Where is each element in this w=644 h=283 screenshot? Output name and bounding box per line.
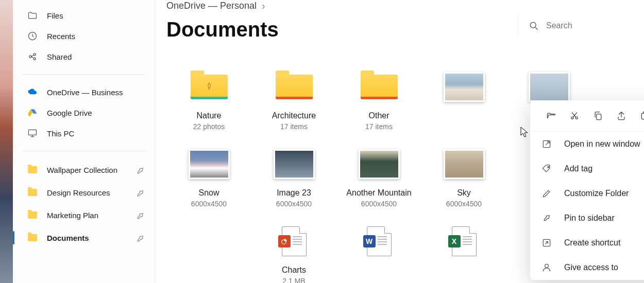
file-tile[interactable]: Charts2.1 MB [251, 226, 336, 283]
monitor-icon [27, 128, 38, 138]
tag-icon [541, 164, 552, 174]
tile-name: Image 23 [277, 188, 311, 198]
sidebar-item-this-pc[interactable]: This PC [13, 123, 155, 144]
context-menu-label: Pin to sidebar [564, 214, 615, 223]
file-tile[interactable]: W [336, 226, 421, 283]
sidebar-item-label: Documents [47, 234, 89, 242]
sidebar-item-label: Recents [47, 32, 75, 41]
context-menu-label: Customize Folder [564, 189, 629, 198]
tile-meta: 6000x4500 [446, 200, 482, 208]
context-menu-item[interactable]: Open in new window [530, 132, 644, 156]
onedrive-icon [27, 87, 38, 97]
sidebar-item-files[interactable]: Files [13, 5, 155, 26]
search-icon [529, 21, 539, 31]
folder-icon [27, 165, 38, 175]
context-menu-item[interactable]: Customize Folder [530, 181, 644, 206]
pencil-icon [541, 188, 552, 199]
sidebar-item-label: Files [47, 11, 63, 20]
svg-point-7 [571, 117, 573, 119]
file-tile[interactable]: Other17 items [336, 72, 421, 131]
tile-thumbnail [359, 72, 400, 102]
pin-icon [135, 234, 143, 242]
tile-thumbnail [274, 226, 315, 256]
folder-icon [27, 10, 38, 21]
context-menu-item[interactable]: Create shortcut [530, 231, 644, 255]
tile-name: Other [368, 111, 389, 120]
svg-point-16 [548, 166, 549, 168]
tile-meta: 17 items [365, 122, 393, 131]
tile-name: Snow [198, 188, 219, 198]
sidebar-item-google-drive[interactable]: Google Drive [13, 102, 155, 123]
file-tile[interactable]: Sky6000x4500 [421, 149, 506, 208]
pin-icon [135, 211, 143, 219]
open-action[interactable] [544, 109, 558, 123]
sidebar-pinned-wallpaper-collection[interactable]: Wallpaper Collection [13, 158, 155, 181]
external-icon [541, 139, 552, 149]
tile-name: Sky [457, 188, 471, 198]
file-tile[interactable]: Another Mountain6000x4500 [336, 149, 421, 208]
copy-action[interactable] [591, 109, 605, 123]
folder-icon [27, 187, 38, 198]
move-action[interactable] [638, 109, 644, 123]
pin-icon [135, 188, 143, 197]
clock-icon [27, 31, 38, 41]
folder-icon [27, 233, 38, 243]
context-menu-item[interactable]: Add tag› [530, 156, 644, 181]
tile-thumbnail [274, 72, 315, 102]
tile-meta: 2.1 MB [282, 277, 305, 283]
sidebar-pinned-design-resources[interactable]: Design Resources [13, 181, 155, 204]
sidebar-pinned-documents[interactable]: Documents [13, 226, 155, 249]
sidebar-item-label: Design Resources [47, 188, 110, 197]
file-tile[interactable]: Nature22 photos [166, 72, 251, 131]
sidebar-pinned-marketing-plan[interactable]: Marketing Plan [13, 204, 155, 226]
folder-icon [27, 210, 38, 220]
tile-thumbnail [444, 72, 485, 102]
tile-meta: 22 photos [193, 122, 225, 131]
tile-thumbnail [274, 149, 315, 179]
desktop-wallpaper [0, 0, 13, 283]
context-menu-item[interactable]: Give access to› [530, 255, 644, 280]
share-icon [27, 51, 38, 62]
shortcut-icon [541, 238, 552, 248]
tile-thumbnail [189, 149, 230, 179]
file-tile[interactable]: Snow6000x4500 [166, 149, 251, 208]
tile-thumbnail [529, 72, 570, 102]
pin-icon [541, 213, 552, 223]
svg-point-6 [281, 240, 285, 244]
breadcrumb[interactable]: OneDrive — Personal › [166, 0, 644, 12]
svg-point-18 [545, 264, 549, 268]
tile-thumbnail [444, 149, 485, 179]
svg-rect-9 [596, 114, 601, 120]
sidebar-item-recents[interactable]: Recents [13, 26, 155, 46]
file-tile[interactable]: Image 236000x4500 [251, 149, 336, 208]
tile-name: Architecture [272, 111, 316, 120]
file-tile[interactable]: Architecture17 items [251, 72, 336, 131]
context-menu-label: Create shortcut [564, 238, 620, 247]
file-tile[interactable]: X [421, 226, 506, 283]
divider [22, 74, 145, 75]
context-menu-label: Add tag [564, 164, 592, 173]
chevron-right-icon: › [262, 0, 265, 12]
divider [22, 151, 145, 151]
file-tile[interactable] [421, 72, 506, 131]
sidebar-item-label: Marketing Plan [47, 211, 98, 220]
tile-name: Charts [282, 266, 306, 275]
sidebar-item-onedrive-business[interactable]: OneDrive — Business [13, 82, 155, 102]
search-box[interactable] [518, 15, 644, 36]
sidebar-item-shared[interactable]: Shared [13, 46, 155, 67]
context-menu: Open in new windowAdd tag›Customize Fold… [530, 100, 644, 280]
svg-rect-4 [29, 130, 37, 135]
share-action[interactable] [614, 109, 629, 123]
main-content: OneDrive — Personal › Documents Nature22… [155, 0, 644, 283]
gdrive-icon [27, 108, 38, 118]
context-menu-label: Open in new window [564, 139, 640, 149]
user-icon [541, 262, 552, 273]
svg-point-3 [33, 58, 36, 60]
search-input[interactable] [546, 21, 629, 30]
svg-point-5 [530, 22, 536, 28]
context-menu-item[interactable]: Pin to sidebar [530, 206, 644, 231]
cut-action[interactable] [567, 109, 582, 123]
context-menu-label: Give access to [564, 263, 618, 272]
svg-point-2 [29, 56, 31, 58]
tile-name: Another Mountain [346, 188, 411, 198]
